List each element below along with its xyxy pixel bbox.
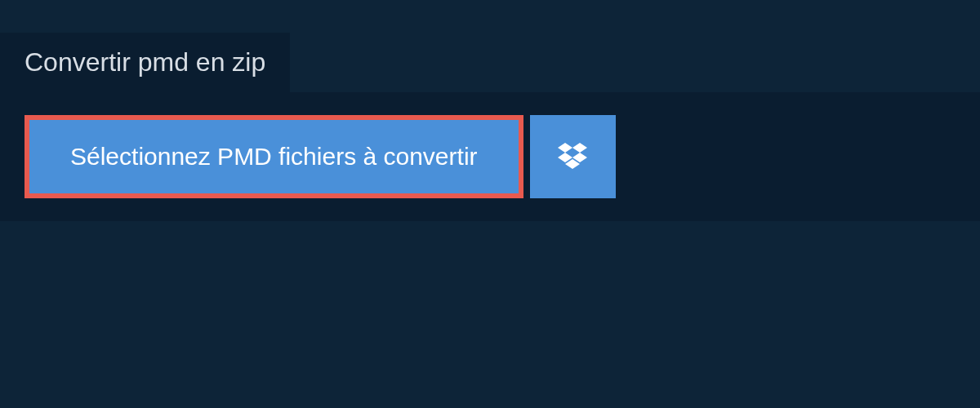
button-row: Sélectionnez PMD fichiers à convertir — [24, 115, 956, 198]
select-files-button[interactable]: Sélectionnez PMD fichiers à convertir — [29, 120, 519, 193]
tab-label: Convertir pmd en zip — [24, 47, 265, 77]
content-panel: Sélectionnez PMD fichiers à convertir — [0, 92, 980, 221]
select-files-label: Sélectionnez PMD fichiers à convertir — [70, 143, 478, 171]
tab-header: Convertir pmd en zip — [0, 33, 290, 92]
select-files-highlight: Sélectionnez PMD fichiers à convertir — [24, 115, 523, 198]
dropbox-icon — [558, 143, 587, 171]
dropbox-button[interactable] — [530, 115, 616, 198]
